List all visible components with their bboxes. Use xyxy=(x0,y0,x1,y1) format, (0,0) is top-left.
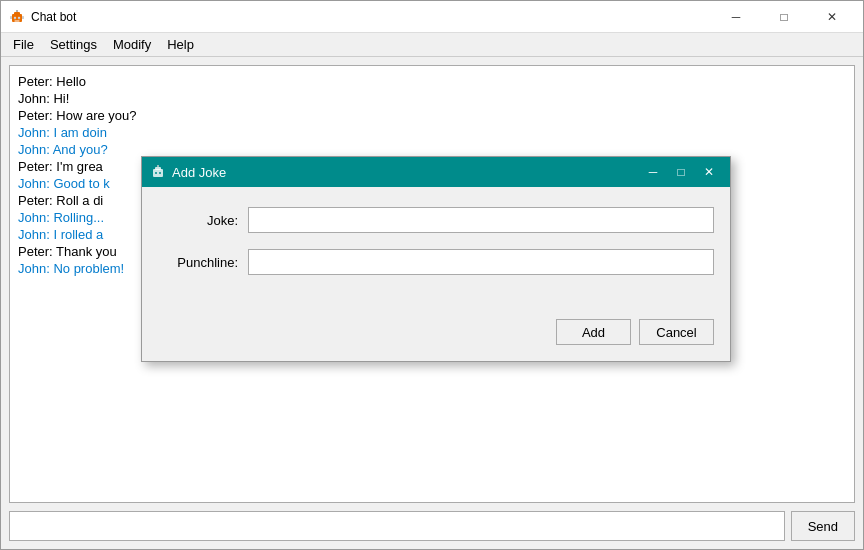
joke-row: Joke: xyxy=(158,207,714,233)
svg-rect-9 xyxy=(15,20,20,21)
dialog-title-bar: Add Joke ─ □ ✕ xyxy=(142,157,730,187)
chat-message: Peter: Hello xyxy=(18,74,846,89)
dialog-controls: ─ □ ✕ xyxy=(640,161,722,183)
title-bar: Chat bot ─ □ ✕ xyxy=(1,1,863,33)
dialog-maximize-button[interactable]: □ xyxy=(668,161,694,183)
punchline-input[interactable] xyxy=(248,249,714,275)
svg-point-8 xyxy=(18,17,19,18)
svg-point-13 xyxy=(155,172,157,174)
title-bar-controls: ─ □ ✕ xyxy=(713,4,855,30)
svg-rect-4 xyxy=(22,16,24,19)
app-icon xyxy=(9,9,25,25)
cancel-button[interactable]: Cancel xyxy=(639,319,714,345)
menu-modify[interactable]: Modify xyxy=(105,35,159,54)
menu-file[interactable]: File xyxy=(5,35,42,54)
title-bar-left: Chat bot xyxy=(9,9,76,25)
svg-point-12 xyxy=(157,165,159,167)
chat-message: John: I am doin xyxy=(18,125,846,140)
maximize-button[interactable]: □ xyxy=(761,4,807,30)
menu-bar: File Settings Modify Help xyxy=(1,33,863,57)
minimize-button[interactable]: ─ xyxy=(713,4,759,30)
chat-message: John: And you? xyxy=(18,142,846,157)
svg-rect-3 xyxy=(10,16,12,19)
punchline-label: Punchline: xyxy=(158,255,248,270)
menu-help[interactable]: Help xyxy=(159,35,202,54)
chat-input[interactable] xyxy=(9,511,785,541)
svg-rect-1 xyxy=(14,12,20,15)
dialog-minimize-button[interactable]: ─ xyxy=(640,161,666,183)
dialog-content: Joke: Punchline: xyxy=(142,187,730,311)
chat-message: Peter: How are you? xyxy=(18,108,846,123)
main-window: Chat bot ─ □ ✕ File Settings Modify Help… xyxy=(0,0,864,550)
input-row: Send xyxy=(9,511,855,541)
close-button[interactable]: ✕ xyxy=(809,4,855,30)
chat-message: John: Hi! xyxy=(18,91,846,106)
add-joke-dialog: Add Joke ─ □ ✕ Joke: Punchline: xyxy=(141,156,731,362)
add-button[interactable]: Add xyxy=(556,319,631,345)
joke-label: Joke: xyxy=(158,213,248,228)
menu-settings[interactable]: Settings xyxy=(42,35,105,54)
send-button[interactable]: Send xyxy=(791,511,855,541)
dialog-footer: Add Cancel xyxy=(142,311,730,361)
dialog-icon xyxy=(150,164,166,180)
app-title: Chat bot xyxy=(31,10,76,24)
punchline-row: Punchline: xyxy=(158,249,714,275)
svg-point-7 xyxy=(14,17,15,18)
dialog-title-left: Add Joke xyxy=(150,164,226,180)
dialog-title: Add Joke xyxy=(172,165,226,180)
joke-input[interactable] xyxy=(248,207,714,233)
svg-point-2 xyxy=(16,10,18,12)
dialog-close-button[interactable]: ✕ xyxy=(696,161,722,183)
svg-point-14 xyxy=(159,172,161,174)
